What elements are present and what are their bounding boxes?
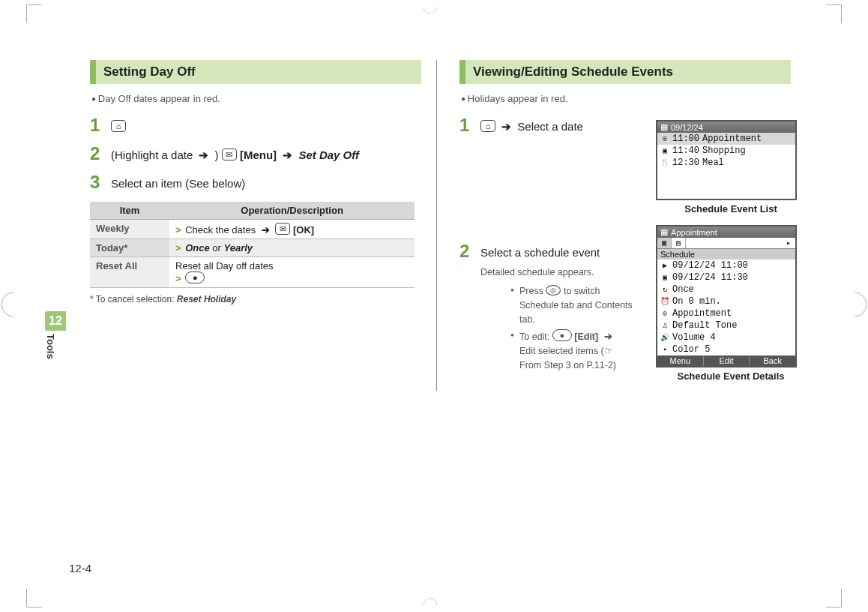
row-text: Volume 4 — [672, 332, 716, 343]
chapter-tab: 12 Tools — [45, 311, 66, 359]
step-3-left: 3 Select an item (See below) — [90, 173, 421, 193]
intro-note-left: Day Off dates appear in red. — [91, 93, 421, 104]
step-number: 3 — [90, 173, 111, 191]
step-number: 1 — [459, 116, 480, 134]
tab-arrow-icon: ▸ — [686, 238, 795, 248]
figure-caption: Schedule Event Details — [656, 370, 806, 382]
detail-row: ⊙Appointment — [657, 308, 795, 320]
row-op: Reset all Day off dates — [175, 260, 274, 272]
option-or: or — [212, 242, 223, 254]
section-heading-right: Viewing/Editing Schedule Events — [459, 60, 791, 84]
table-row: Weekly > Check the dates ➔ ✉ [OK] — [90, 220, 415, 239]
phone-key-icon: ⌂ — [111, 120, 126, 132]
arrow-icon: ➔ — [280, 148, 295, 161]
event-time: 11:40 — [672, 146, 699, 156]
softkey-menu: Menu — [657, 356, 704, 366]
row-icon: ▣ — [660, 273, 669, 282]
nav-key-icon: ◎ — [546, 285, 561, 296]
arrow-icon: ➔ — [498, 120, 514, 133]
phone-screenshot-list: ▦ 09/12/24 ⊙ 11:00 Appointment ▣ 11:40 S… — [656, 120, 797, 200]
crop-mark — [826, 4, 842, 23]
detail-row: ▪Color 5 — [657, 344, 795, 356]
phone-screenshot-details: ▦ Appointment ▦ ▤ ▸ Schedule ▶09/12/24 1… — [656, 225, 797, 368]
row-text: Once — [672, 284, 694, 295]
arrow-icon: ➔ — [601, 332, 615, 342]
step-1-right: 1 ⌂ ➔ Select a date — [459, 116, 633, 136]
footnote: * To cancel selection: Reset Holiday — [90, 294, 421, 304]
crop-mark — [26, 4, 42, 23]
sub-bullet: To edit: ● [Edit] ➔ Edit selected items … — [510, 329, 633, 372]
row-icon: ▶ — [660, 261, 669, 270]
detail-row: 🔊Volume 4 — [657, 332, 795, 344]
event-time: 11:00 — [672, 134, 699, 144]
chevron-icon: > — [175, 242, 183, 254]
phone-title: 09/12/24 — [671, 123, 703, 132]
row-item: Reset All — [90, 257, 169, 288]
row-icon: ♫ — [660, 322, 669, 330]
event-icon: ⊙ — [660, 134, 669, 143]
center-key-icon: ● — [185, 272, 205, 284]
phone-figures: ▦ 09/12/24 ⊙ 11:00 Appointment ▣ 11:40 S… — [656, 120, 806, 392]
phone-title: Appointment — [671, 228, 717, 237]
row-icon: 🔊 — [660, 333, 669, 342]
option-yearly: Yearly — [224, 242, 253, 254]
step-number: 2 — [459, 242, 480, 260]
phone-key-icon: ⌂ — [480, 120, 495, 132]
table-row: Today* > Once or Yearly — [90, 239, 415, 257]
page-content: 12 Tools Setting Day Off Day Off dates a… — [67, 60, 806, 391]
row-op: Check the dates — [185, 224, 259, 236]
step-2-right: 2 Select a schedule event Detailed sched… — [459, 242, 633, 382]
row-text: On 0 min. — [672, 296, 721, 307]
footnote-bold: Reset Holiday — [177, 294, 236, 304]
row-text: Appointment — [672, 308, 732, 319]
ok-label: [OK] — [293, 224, 314, 236]
event-icon: ▣ — [660, 146, 669, 155]
list-item: ⊙ 11:00 Appointment — [657, 133, 795, 145]
event-time: 12:30 — [672, 158, 699, 168]
step2-subtitle: Detailed schedule appears. — [480, 265, 633, 280]
menu-label: [Menu] — [240, 148, 277, 161]
right-column: Viewing/Editing Schedule Events Holidays… — [437, 60, 806, 391]
calendar-icon: ▦ — [660, 122, 668, 132]
table-row: Reset All Reset all Day off dates > ● — [90, 257, 415, 288]
row-item: Today* — [90, 239, 169, 257]
step2-title: Select a schedule event — [480, 246, 600, 259]
row-text: 09/12/24 11:30 — [672, 272, 748, 283]
crop-mark-side — [0, 292, 13, 316]
calendar-icon: ▦ — [660, 227, 668, 237]
row-icon: ▪ — [660, 346, 669, 354]
bullet-text: Press — [519, 286, 546, 296]
section-heading-left: Setting Day Off — [90, 60, 421, 84]
arrow-icon: ➔ — [196, 148, 211, 161]
event-icon: 🍴 — [660, 158, 669, 167]
step-2-left: 2 (Highlight a date ➔ ) ✉ [Menu] ➔ Set D… — [90, 145, 421, 164]
step-1-left: 1 ⌂ — [90, 116, 421, 136]
arrow-icon: ➔ — [259, 224, 273, 236]
crop-mark-top — [424, 0, 437, 22]
page-number: 12-4 — [69, 562, 91, 574]
crop-mark — [826, 589, 842, 608]
mail-key-icon: ✉ — [222, 148, 237, 160]
row-icon: ⏰ — [660, 297, 669, 306]
bullet-text: To edit: — [519, 332, 552, 342]
row-text: Color 5 — [672, 344, 710, 355]
detail-row: ♫Default Tone — [657, 320, 795, 332]
sub-bullet: Press ◎ to switch Schedule tab and Conte… — [510, 284, 633, 326]
tab-contents-icon: ▤ — [672, 238, 686, 248]
operation-table: Item Operation/Description Weekly > Chec… — [90, 202, 415, 288]
left-column: 12 Tools Setting Day Off Day Off dates a… — [67, 60, 437, 391]
tab-schedule-icon: ▦ — [657, 238, 672, 248]
step-number: 1 — [90, 116, 111, 134]
crop-mark — [26, 589, 42, 608]
row-item: Weekly — [90, 220, 169, 239]
softkey-edit: Edit — [704, 356, 750, 366]
row-text: Default Tone — [672, 320, 737, 331]
intro-note-right: Holidays appear in red. — [461, 93, 791, 104]
step2-text: (Highlight a date — [111, 148, 196, 161]
row-icon: ⊙ — [660, 309, 669, 318]
event-text: Meal — [702, 158, 724, 168]
row-icon: ↻ — [660, 285, 669, 294]
list-item: 🍴 12:30 Meal — [657, 157, 795, 169]
step3-text: Select an item (See below) — [111, 173, 421, 193]
event-text: Shopping — [702, 146, 746, 156]
